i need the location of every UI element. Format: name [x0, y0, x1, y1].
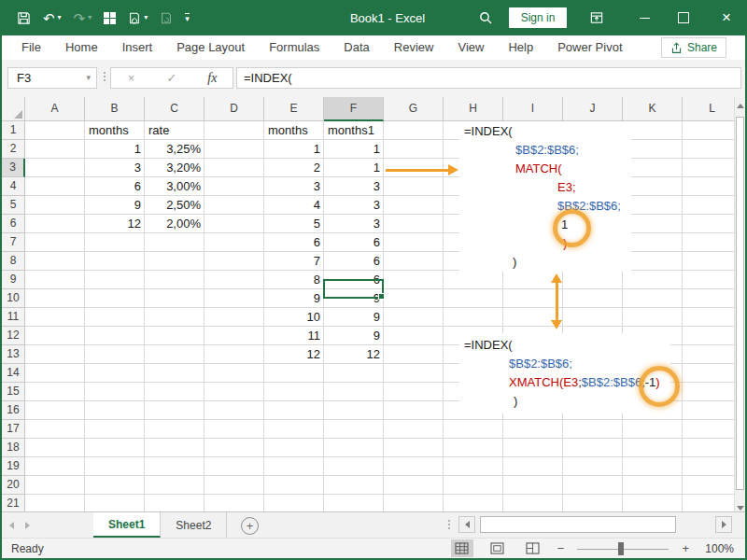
row-header-15[interactable]: 15	[2, 383, 25, 401]
cell-F3[interactable]: 1	[324, 159, 384, 177]
row-header-6[interactable]: 6	[2, 215, 25, 233]
name-box-dropdown-icon[interactable]: ▾	[86, 73, 91, 82]
row-header-11[interactable]: 11	[2, 308, 25, 327]
previous-sheet-icon[interactable]	[9, 522, 14, 529]
undo-button[interactable]: ↶▾	[43, 11, 62, 25]
maximize-button[interactable]	[672, 8, 695, 27]
share-button[interactable]: Share	[661, 37, 726, 58]
cell-F11[interactable]: 9	[324, 308, 384, 327]
sign-in-button[interactable]: Sign in	[509, 7, 567, 28]
column-header-I[interactable]: I	[503, 97, 563, 121]
zoom-slider[interactable]	[577, 542, 669, 555]
cell-C5[interactable]: 2,50%	[145, 196, 204, 215]
row-header-20[interactable]: 20	[2, 476, 25, 495]
column-header-D[interactable]: D	[204, 97, 264, 121]
cell-F4[interactable]: 3	[324, 177, 384, 196]
cell-C6[interactable]: 2,00%	[145, 215, 204, 233]
cell-B1[interactable]: months	[85, 121, 145, 140]
cell-B5[interactable]: 9	[85, 196, 145, 215]
tab-power-pivot[interactable]: Power Pivot	[545, 35, 634, 60]
vertical-scrollbar-thumb[interactable]	[736, 117, 744, 490]
scroll-left-icon[interactable]	[458, 516, 475, 533]
cell-B6[interactable]: 12	[85, 215, 145, 233]
row-header-4[interactable]: 4	[2, 177, 25, 196]
cell-E10[interactable]: 9	[264, 289, 324, 308]
row-header-5[interactable]: 5	[2, 196, 25, 215]
column-header-J[interactable]: J	[563, 97, 623, 121]
cell-E2[interactable]: 1	[264, 140, 324, 159]
cell-E6[interactable]: 5	[264, 215, 324, 233]
name-box[interactable]: F3 ▾	[7, 67, 97, 89]
row-header-18[interactable]: 18	[2, 439, 25, 457]
tab-bar-grip[interactable]	[447, 520, 450, 529]
column-header-K[interactable]: K	[623, 97, 683, 121]
cell-F12[interactable]: 9	[324, 327, 384, 345]
cell-E9[interactable]: 8	[264, 271, 324, 289]
page-layout-view-icon[interactable]	[486, 539, 509, 557]
cell-B2[interactable]: 1	[85, 140, 145, 159]
row-header-2[interactable]: 2	[2, 140, 25, 159]
column-header-A[interactable]: A	[25, 97, 85, 121]
column-header-C[interactable]: C	[145, 97, 204, 121]
row-header-14[interactable]: 14	[2, 364, 25, 383]
row-header-13[interactable]: 13	[2, 345, 25, 364]
cell-E11[interactable]: 10	[264, 308, 324, 327]
cell-E7[interactable]: 6	[264, 233, 324, 252]
save-icon[interactable]	[17, 11, 31, 25]
row-header-16[interactable]: 16	[2, 401, 25, 420]
sheet-tab-sheet1[interactable]: Sheet1	[93, 512, 161, 538]
zoom-out-button[interactable]: −	[557, 541, 565, 555]
tab-formulas[interactable]: Formulas	[257, 35, 331, 60]
close-button[interactable]: ×	[713, 7, 740, 29]
formula-bar-grip[interactable]	[103, 72, 106, 81]
tab-file[interactable]: File	[9, 35, 53, 60]
tab-view[interactable]: View	[445, 35, 496, 60]
formula-bar-input[interactable]: =INDEX(	[236, 67, 741, 89]
row-header-19[interactable]: 19	[2, 457, 25, 476]
cell-C4[interactable]: 3,00%	[145, 177, 204, 196]
worksheet-grid[interactable]: ABCDEFGHIJKL1234567891011121314151617181…	[0, 97, 734, 511]
sheet-tab-sheet2[interactable]: Sheet2	[161, 512, 227, 538]
normal-view-icon[interactable]	[451, 539, 473, 557]
enter-icon[interactable]: ✓	[151, 71, 191, 85]
cancel-icon[interactable]: ×	[111, 71, 151, 85]
row-header-9[interactable]: 9	[2, 271, 25, 289]
row-header-12[interactable]: 12	[2, 327, 25, 345]
tab-help[interactable]: Help	[496, 35, 545, 60]
cell-E5[interactable]: 4	[264, 196, 324, 215]
row-header-7[interactable]: 7	[2, 233, 25, 252]
cell-E8[interactable]: 7	[264, 252, 324, 271]
cell-E12[interactable]: 11	[264, 327, 324, 345]
touch-mode-icon[interactable]	[104, 12, 116, 24]
undo-dropdown-icon[interactable]: ▾	[58, 14, 62, 21]
insert-function-icon[interactable]: fx	[192, 71, 233, 86]
cell-B4[interactable]: 6	[85, 177, 145, 196]
cell-C1[interactable]: rate	[145, 121, 204, 140]
tab-page-layout[interactable]: Page Layout	[164, 35, 257, 60]
tab-home[interactable]: Home	[53, 35, 110, 60]
tab-data[interactable]: Data	[331, 35, 381, 60]
minimize-button[interactable]	[633, 8, 655, 27]
column-header-H[interactable]: H	[444, 97, 503, 121]
column-header-E[interactable]: E	[264, 97, 324, 121]
ribbon-display-options-icon[interactable]	[586, 8, 607, 27]
cell-E1[interactable]: months	[264, 121, 324, 140]
tab-review[interactable]: Review	[382, 35, 446, 60]
row-header-8[interactable]: 8	[2, 252, 25, 271]
page-break-preview-icon[interactable]	[522, 539, 544, 557]
select-all-corner[interactable]	[2, 97, 25, 121]
column-header-F[interactable]: F	[324, 97, 384, 121]
search-icon[interactable]	[474, 7, 497, 28]
cell-B3[interactable]: 3	[85, 159, 145, 177]
new-sheet-button[interactable]: +	[241, 517, 259, 535]
cell-F1[interactable]: months1	[324, 121, 384, 140]
zoom-in-button[interactable]: +	[682, 541, 689, 555]
row-header-21[interactable]: 21	[2, 495, 25, 511]
column-header-L[interactable]: L	[683, 97, 734, 121]
scroll-up-icon[interactable]	[736, 99, 744, 112]
horizontal-scrollbar-thumb[interactable]	[480, 516, 676, 533]
customize-qat-icon[interactable]: ▾	[185, 13, 190, 23]
row-header-3[interactable]: 3	[2, 159, 25, 177]
cell-F8[interactable]: 6	[324, 252, 384, 271]
cell-E4[interactable]: 3	[264, 177, 324, 196]
